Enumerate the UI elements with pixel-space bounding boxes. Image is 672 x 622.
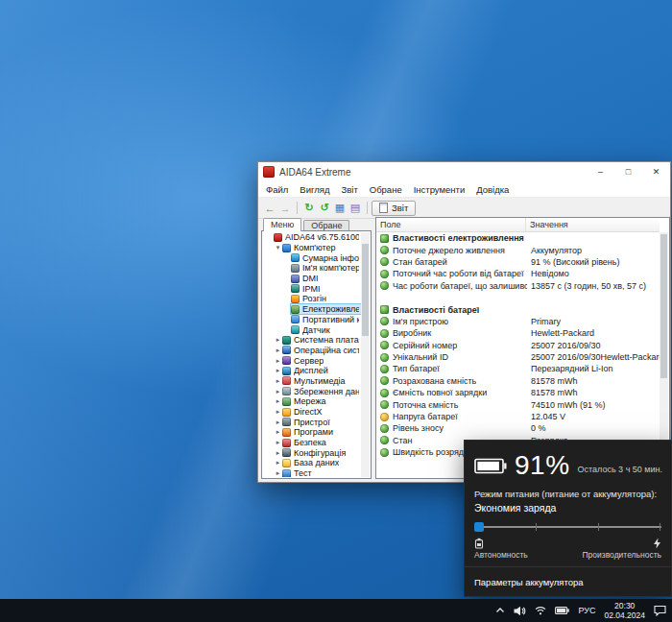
tree-scrollbar-thumb[interactable] (362, 244, 369, 336)
expand-arrow-icon[interactable]: ▸ (274, 397, 282, 405)
collapse-arrow-icon[interactable]: ▾ (274, 244, 282, 251)
details-row[interactable]: Час роботи батареї, що залишився13857 с … (377, 280, 660, 292)
menu-item-0[interactable]: Файл (260, 184, 294, 195)
storage-icon (282, 387, 291, 395)
left-tabs: МенюОбране (261, 217, 372, 231)
slider-track[interactable] (474, 526, 661, 528)
details-scrollbar-thumb[interactable] (660, 234, 667, 378)
menu-item-2[interactable]: Звіт (336, 184, 364, 195)
tab-menu[interactable]: Меню (263, 218, 301, 231)
flyout-divider (465, 566, 671, 567)
details-row[interactable]: Поточна ємність74510 mWh (91 %) (377, 398, 660, 410)
network-icon[interactable] (535, 606, 546, 615)
expand-arrow-icon[interactable]: ▸ (274, 357, 282, 365)
expand-arrow-icon[interactable]: ▸ (274, 377, 282, 385)
details-row[interactable]: Ємність повної зарядки81578 mWh (377, 387, 660, 398)
expand-arrow-icon[interactable]: ▸ (274, 469, 282, 477)
tree-item[interactable]: AIDA64 v6.75.6100 (263, 232, 361, 243)
tree-item-core: Дисплей (282, 366, 330, 375)
desktop: AIDA64 Extreme – □ ✕ ФайлВиглядЗвітОбран… (0, 0, 672, 622)
title-bar[interactable]: AIDA64 Extreme – □ ✕ (258, 162, 670, 181)
details-row[interactable]: Поточне джерело живленняАккумулятор (377, 244, 660, 255)
tree-item[interactable]: Електроживлення (263, 304, 361, 315)
refresh-icon[interactable]: ↻ (301, 201, 317, 216)
tray-battery-icon[interactable] (555, 607, 569, 614)
tree-item[interactable]: Розгін (263, 294, 361, 304)
field-value: 81578 mWh (527, 376, 660, 386)
close-button[interactable]: ✕ (642, 162, 670, 181)
expand-arrow-icon[interactable]: ▸ (274, 367, 282, 374)
column-header-field[interactable]: Поле (376, 218, 526, 231)
details-row[interactable]: Розрахована ємність81578 mWh (377, 375, 660, 387)
details-section-header[interactable]: Властивості батареї (377, 303, 660, 315)
field-value: 13857 с (3 годин, 50 хв, 57 с) (527, 281, 660, 291)
battery-settings-link[interactable]: Параметры аккумулятора (474, 577, 584, 587)
remote-monitor-icon[interactable]: ▤ (348, 201, 363, 216)
expand-arrow-icon[interactable]: ▸ (274, 419, 282, 426)
column-header-value[interactable]: Значення (526, 218, 660, 231)
details-row[interactable]: Унікальний ID25007 2016/09/30Hewlett-Pac… (377, 351, 660, 363)
tree-item[interactable]: DMI (263, 274, 361, 284)
details-row[interactable]: Поточний час роботи від батареїНевідомо (377, 268, 660, 279)
window-title: AIDA64 Extreme (279, 167, 587, 178)
slider-handle[interactable] (474, 522, 484, 532)
menu-item-3[interactable]: Обране (364, 184, 408, 195)
clock[interactable]: 20:30 02.04.2024 (604, 601, 645, 620)
tree-item[interactable]: ▸Конфігурація (263, 447, 361, 458)
details-section-header[interactable]: Властивості електроживлення (377, 232, 660, 244)
details-row[interactable]: Серійний номер25007 2016/09/30 (377, 340, 660, 351)
expand-arrow-icon[interactable]: ▸ (274, 439, 282, 446)
tree-item[interactable]: IPMI (263, 283, 361, 294)
expand-arrow-icon[interactable]: ▸ (274, 449, 282, 457)
expand-arrow-icon[interactable]: ▸ (274, 459, 282, 466)
tree-item[interactable]: ▸Пристрої (263, 417, 361, 427)
tree-scrollbar[interactable] (361, 232, 370, 477)
menu-item-1[interactable]: Вигляд (294, 184, 335, 195)
tree-item[interactable]: ▾Комп'ютер (263, 243, 361, 253)
action-center-icon[interactable] (654, 605, 666, 616)
hidden-icons-chevron-icon[interactable] (495, 607, 505, 614)
tree-item[interactable]: ▸DirectX (263, 407, 361, 418)
report-button[interactable]: Звіт (372, 201, 416, 216)
power-mode-slider[interactable] (474, 519, 661, 535)
tree-item[interactable]: Сумарна інформація (263, 252, 361, 263)
tree-item[interactable]: ▸Безпека (263, 438, 361, 448)
tree-item[interactable]: Портативний комп'ю (263, 315, 361, 325)
tree-item[interactable]: Ім'я комп'ютера (263, 263, 361, 274)
tree-item[interactable]: ▸База даних (263, 458, 361, 468)
details-row[interactable]: Ім'я пристроюPrimary (377, 316, 660, 327)
menu-item-4[interactable]: Інструменти (408, 184, 471, 195)
expand-arrow-icon[interactable]: ▸ (274, 336, 282, 344)
details-row[interactable]: Рівень зносу0 % (377, 422, 660, 434)
tree-item-label: Пристрої (294, 418, 330, 427)
expand-arrow-icon[interactable]: ▸ (274, 428, 282, 436)
tree-item[interactable]: ▸Програми (263, 427, 361, 438)
tree-item[interactable]: Датчик (263, 324, 361, 335)
refresh-all-icon[interactable]: ↺ (317, 201, 332, 216)
tree-item[interactable]: ▸Дисплей (263, 366, 361, 376)
tree-item[interactable]: ▸Мережа (263, 396, 361, 407)
maximize-button[interactable]: □ (614, 162, 642, 181)
language-indicator[interactable]: РУС (578, 606, 595, 615)
tree-item[interactable]: ▸Тест (263, 468, 361, 477)
details-row[interactable]: ВиробникHewlett-Packard (377, 327, 660, 339)
tree-item[interactable]: ▸Операційна система (263, 346, 361, 356)
forward-icon[interactable]: → (277, 201, 293, 216)
tree-item[interactable]: ▸Сервер (263, 355, 361, 366)
details-row[interactable]: Стан батарей91 % (Високий рівень) (377, 256, 660, 268)
expand-arrow-icon[interactable]: ▸ (274, 388, 282, 395)
tree-item[interactable]: ▸Мультимедіа (263, 376, 361, 387)
back-icon[interactable]: ← (262, 201, 277, 216)
volume-icon[interactable] (514, 606, 526, 616)
menu-item-5[interactable]: Довідка (470, 184, 515, 195)
details-row[interactable]: Тип батареїПерезарядний Li-Ion (377, 363, 660, 374)
tree-item[interactable]: ▸Збереження даних (263, 386, 361, 396)
field-value: Hewlett-Packard (527, 328, 660, 338)
tree-item[interactable]: ▸Системна плата (263, 335, 361, 346)
expand-arrow-icon[interactable]: ▸ (274, 408, 282, 416)
report-wizard-icon[interactable]: ▦ (332, 201, 348, 216)
details-row[interactable]: Напруга батареї12.045 V (377, 411, 660, 422)
expand-arrow-icon[interactable]: ▸ (274, 347, 282, 354)
minimize-button[interactable]: – (587, 162, 614, 181)
field-name: Поточне джерело живлення (393, 246, 527, 255)
